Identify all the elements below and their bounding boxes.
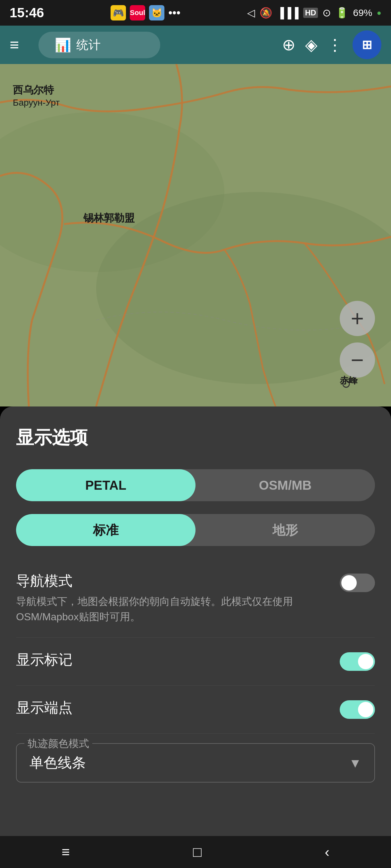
battery-pct: 69% (353, 7, 372, 18)
map-style-toggle[interactable]: 标准 地形 (16, 514, 375, 546)
status-right: ◁ 🔕 ▐▐▐ HD ⊙ 🔋 69% ● (247, 7, 381, 19)
show-endpoints-info: 显示端点 (16, 699, 340, 720)
zoom-in-button[interactable]: + (340, 301, 375, 336)
map-type-toggle[interactable]: PETAL OSM/MB (16, 469, 375, 501)
track-color-label: 轨迹颜色模式 (24, 737, 92, 751)
plus-icon: + (351, 306, 364, 331)
layers-icon[interactable]: ◈ (305, 35, 317, 54)
minus-icon: − (351, 347, 364, 373)
show-markers-knob (358, 654, 373, 669)
bottom-back-icon[interactable]: ‹ (325, 844, 330, 860)
app3-icon: 🐱 (149, 5, 164, 21)
show-endpoints-knob (358, 702, 373, 717)
nav-mode-label: 导航模式 (16, 571, 330, 590)
mute-icon: 🔕 (260, 7, 273, 19)
show-markers-label: 显示标记 (16, 650, 330, 669)
signal-icon: ▐▐▐ (277, 7, 299, 19)
show-markers-info: 显示标记 (16, 650, 340, 673)
menu-button[interactable]: ≡ (9, 35, 32, 54)
nav-mode-desc: 导航模式下，地图会根据你的朝向自动旋转。此模式仅在使用OSM/Mapbox贴图时… (16, 594, 330, 624)
map-label-city1-sub: Баруун-Урт (13, 98, 60, 108)
charging-dot: ● (377, 8, 382, 17)
standard-tab[interactable]: 标准 (16, 514, 196, 546)
show-markers-toggle[interactable] (340, 652, 375, 671)
wifi-icon: ⊙ (323, 7, 331, 19)
panel-title: 显示选项 (16, 426, 375, 450)
avatar-icon: ⊞ (362, 38, 372, 52)
terrain-tab[interactable]: 地形 (196, 514, 375, 546)
osm-tab[interactable]: OSM/MB (196, 469, 375, 501)
bottom-home-icon[interactable]: □ (193, 844, 202, 860)
nav-right-icons: ⊕ ◈ ⋮ ⊞ (282, 30, 381, 59)
status-time: 15:46 (9, 5, 44, 21)
show-endpoints-label: 显示端点 (16, 699, 330, 717)
map-label-city1: 西乌尔特 (13, 83, 54, 97)
bottom-menu-icon[interactable]: ≡ (61, 844, 70, 860)
nav-mode-toggle[interactable] (340, 574, 375, 592)
show-endpoints-setting: 显示端点 (16, 686, 375, 734)
map-label-city2: 锡林郭勒盟 (83, 211, 135, 225)
app1-icon: 🎮 (111, 5, 126, 21)
nav-mode-knob (341, 575, 357, 590)
track-color-value: 单色线条 (29, 755, 86, 770)
battery-icon: 🔋 (336, 7, 348, 19)
location-icon: ◁ (247, 7, 255, 19)
stats-label: 统计 (76, 37, 101, 53)
map-svg (0, 64, 391, 406)
more-dots: ••• (168, 6, 180, 20)
add-pin-icon[interactable]: ⊕ (282, 35, 296, 54)
show-markers-setting: 显示标记 (16, 638, 375, 686)
avatar[interactable]: ⊞ (353, 30, 381, 59)
nav-mode-info: 导航模式 导航模式下，地图会根据你的朝向自动旋转。此模式仅在使用OSM/Mapb… (16, 571, 340, 624)
chart-icon: 📊 (55, 37, 71, 53)
bottom-panel: 显示选项 PETAL OSM/MB 标准 地形 导航模式 导航模式下，地图会根据… (0, 406, 391, 836)
dropdown-arrow-icon: ▼ (349, 756, 362, 770)
status-app-icons: 🎮 Soul 🐱 ••• (111, 5, 180, 21)
zoom-out-button[interactable]: − (340, 342, 375, 378)
stats-button[interactable]: 📊 统计 (38, 32, 160, 58)
petal-tab[interactable]: PETAL (16, 469, 196, 501)
bottom-nav: ≡ □ ‹ (0, 836, 391, 868)
hamburger-icon: ≡ (9, 36, 19, 54)
hd-icon: HD (303, 8, 318, 18)
track-color-dropdown[interactable]: 轨迹颜色模式 单色线条 ▼ (16, 743, 375, 782)
status-bar: 15:46 🎮 Soul 🐱 ••• ◁ 🔕 ▐▐▐ HD ⊙ 🔋 69% ● (0, 0, 391, 26)
soul-icon: Soul (130, 5, 145, 21)
map-area[interactable]: 西乌尔特 Баруун-Урт 锡林郭勒盟 赤峰 + − (0, 64, 391, 406)
show-endpoints-toggle[interactable] (340, 700, 375, 719)
nav-mode-setting: 导航模式 导航模式下，地图会根据你的朝向自动旋转。此模式仅在使用OSM/Mapb… (16, 559, 375, 638)
top-nav: ≡ 📊 统计 ⊕ ◈ ⋮ ⊞ (0, 26, 391, 64)
more-options-icon[interactable]: ⋮ (327, 35, 343, 54)
